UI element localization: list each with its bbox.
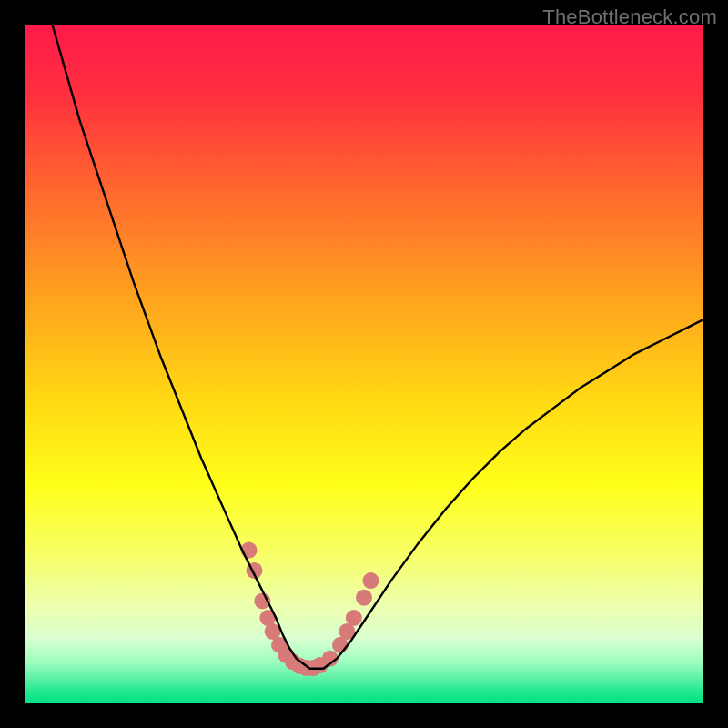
data-dot: [346, 610, 362, 626]
watermark-text: TheBottleneck.com: [542, 5, 717, 29]
chart-frame: TheBottleneck.com: [0, 0, 728, 728]
data-dot: [362, 572, 379, 589]
plot-area: [25, 25, 703, 703]
chart-svg: [25, 25, 703, 703]
data-dot: [356, 590, 372, 606]
